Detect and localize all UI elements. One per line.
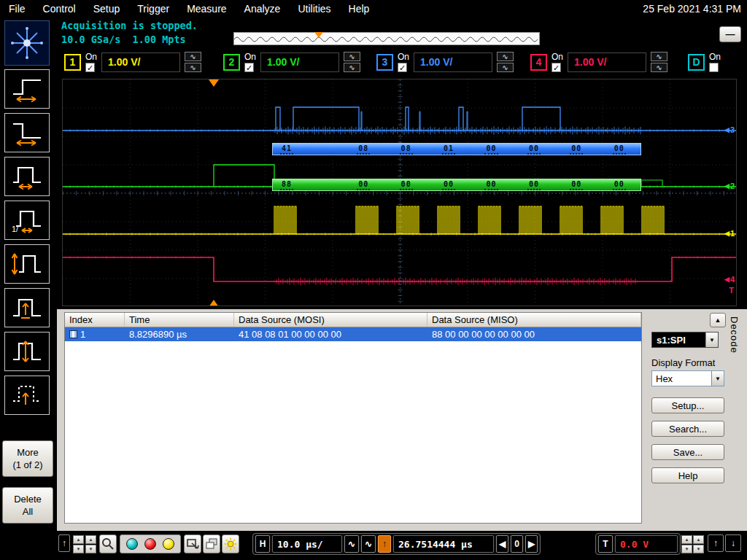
table-row[interactable]: 1 8.8296890 µs 41 08 08 01 00 00 00 00 8… <box>65 327 641 341</box>
minimize-button[interactable]: — <box>719 26 741 42</box>
brightness-button[interactable] <box>222 534 239 553</box>
scope-logo-icon[interactable] <box>4 20 50 66</box>
waveform-display[interactable]: 41 08 08 01 00 00 00 00 88 00 00 00 00 0… <box>62 79 737 306</box>
setup-button[interactable]: Setup... <box>651 397 724 413</box>
spin-down-icon[interactable]: ▼ <box>681 545 692 553</box>
table-header: Index Time Data Source (MOSI) Data Sourc… <box>65 313 641 327</box>
layers-button[interactable] <box>203 534 220 553</box>
menu-help[interactable]: Help <box>340 3 379 15</box>
channel-1-wave-icon[interactable]: ∿ <box>185 52 201 61</box>
timebase-readout[interactable]: 10.0 µs/ <box>272 535 342 553</box>
menu-setup[interactable]: Setup <box>85 3 129 15</box>
channel-2-button[interactable]: 2 <box>223 54 240 71</box>
spin-up-icon[interactable]: ▲ <box>73 535 84 544</box>
channel-1-wave2-icon[interactable]: ∿ <box>185 63 201 72</box>
reference-point-button[interactable]: ↑ <box>378 535 391 553</box>
scroll-right-button[interactable]: ▶ <box>525 535 538 553</box>
channel-3-wave-icon[interactable]: ∿ <box>497 52 514 61</box>
channel-4-wave2-icon[interactable]: ∿ <box>651 63 667 72</box>
spin-down-icon[interactable]: ▼ <box>693 545 704 553</box>
channel-2-wave2-icon[interactable]: ∿ <box>344 63 360 72</box>
spin-up-icon[interactable]: ▲ <box>681 535 692 544</box>
dropdown-arrow-icon[interactable]: ▼ <box>705 332 718 347</box>
timeout-pulse-icon[interactable] <box>4 376 50 415</box>
acquisition-preview-bar[interactable] <box>233 32 540 45</box>
channel-1-scale[interactable]: 1.00 V/ <box>101 52 180 72</box>
menu-control[interactable]: Control <box>34 3 85 15</box>
scroll-left-button[interactable]: ◀ <box>496 535 508 553</box>
zoom-tool-button[interactable] <box>99 534 117 553</box>
channel-2-scale[interactable]: 1.00 V/ <box>260 52 339 72</box>
channel-3-scale[interactable]: 1.00 V/ <box>414 52 492 72</box>
channel-4-scale[interactable]: 1.00 V/ <box>568 52 646 72</box>
amplitude-pulse-icon[interactable] <box>4 244 50 284</box>
rising-edge-icon[interactable] <box>4 69 50 109</box>
decode-source-dropdown[interactable]: s1:SPI ▼ <box>651 332 719 348</box>
search-button[interactable]: Search... <box>651 421 724 437</box>
menu-trigger[interactable]: Trigger <box>128 3 178 15</box>
menu-utilities[interactable]: Utilities <box>289 3 339 15</box>
listing-row-icon <box>69 330 77 338</box>
horizontal-position-readout[interactable]: 26.7514444 µs <box>393 535 494 553</box>
column-miso[interactable]: Data Source (MISO) <box>427 313 641 327</box>
marker-up-button[interactable]: ↑ <box>58 534 70 552</box>
channel-4-wave-icon[interactable]: ∿ <box>651 52 667 61</box>
trigger-position-marker-icon[interactable] <box>314 32 323 38</box>
spin-down-icon[interactable]: ▼ <box>85 545 96 553</box>
column-time[interactable]: Time <box>125 313 234 327</box>
marker-color-buttons <box>120 534 181 553</box>
column-mosi[interactable]: Data Source (MOSI) <box>234 313 427 327</box>
glitch-icon[interactable]: 1/ <box>4 201 50 240</box>
channel-4-checkbox[interactable]: ✓ <box>551 63 561 72</box>
svg-text:1/: 1/ <box>12 225 19 233</box>
help-button[interactable]: Help <box>651 467 724 483</box>
channel-1-ground-marker[interactable]: ◀1 <box>724 229 735 238</box>
menu-file[interactable]: File <box>0 3 34 15</box>
teal-marker-icon[interactable] <box>126 538 138 550</box>
channel-1-checkbox[interactable]: ✓ <box>85 63 95 72</box>
pan-zoom-button[interactable] <box>184 534 201 553</box>
channel-2-ground-marker[interactable]: ◀2 <box>724 182 735 190</box>
trigger-button[interactable]: T <box>598 535 613 553</box>
scroll-down-button[interactable]: ↓ <box>725 534 741 552</box>
display-format-dropdown[interactable]: Hex ▼ <box>651 370 724 386</box>
channel-1-button[interactable]: 1 <box>64 54 81 71</box>
column-index[interactable]: Index <box>65 313 125 327</box>
spinner-3: ▲ ▼ <box>681 535 692 553</box>
spin-up-icon[interactable]: ▲ <box>85 535 96 544</box>
channel-3-on-label: On <box>398 52 409 61</box>
digital-channel-button[interactable]: D <box>688 54 705 71</box>
scroll-up-button[interactable]: ↑ <box>708 534 724 552</box>
runt-pulse-icon[interactable] <box>4 288 50 327</box>
panel-collapse-button[interactable]: ▲ <box>710 313 726 327</box>
menu-analyze[interactable]: Analyze <box>236 3 290 15</box>
falling-edge-icon[interactable] <box>4 113 50 152</box>
channel-2-wave-icon[interactable]: ∿ <box>344 52 360 61</box>
spin-down-icon[interactable]: ▼ <box>73 545 84 553</box>
decode-listing-table[interactable]: Index Time Data Source (MOSI) Data Sourc… <box>64 312 642 524</box>
menu-measure[interactable]: Measure <box>178 3 235 15</box>
save-button[interactable]: Save... <box>651 444 724 460</box>
dropdown-arrow-icon[interactable]: ▼ <box>711 371 724 386</box>
zero-position-button[interactable]: 0 <box>511 535 523 553</box>
delete-all-button[interactable]: Delete All <box>2 487 53 524</box>
more-button[interactable]: More (1 of 2) <box>2 440 53 477</box>
wave-mode-icon[interactable]: ∿ <box>344 535 359 553</box>
horizontal-button[interactable]: H <box>255 535 270 553</box>
channel-2-checkbox[interactable]: ✓ <box>244 63 254 72</box>
channel-3-ground-marker[interactable]: ◀3 <box>724 125 735 134</box>
spin-up-icon[interactable]: ▲ <box>693 535 704 544</box>
yellow-marker-icon[interactable] <box>163 538 174 550</box>
digital-checkbox[interactable] <box>709 63 719 72</box>
channel-3-button[interactable]: 3 <box>376 54 393 71</box>
trigger-level-marker[interactable]: T <box>729 286 734 295</box>
red-marker-icon[interactable] <box>144 538 156 550</box>
trigger-level-readout[interactable]: 0.0 V <box>615 535 678 553</box>
window-pulse-icon[interactable] <box>4 332 50 371</box>
channel-3-wave2-icon[interactable]: ∿ <box>497 63 514 72</box>
channel-3-checkbox[interactable]: ✓ <box>398 63 407 72</box>
channel-4-button[interactable]: 4 <box>530 54 547 71</box>
wave-mode2-icon[interactable]: ∿ <box>361 535 376 553</box>
pulse-width-icon[interactable] <box>4 157 50 196</box>
channel-4-ground-marker[interactable]: ◀4 <box>724 275 735 284</box>
